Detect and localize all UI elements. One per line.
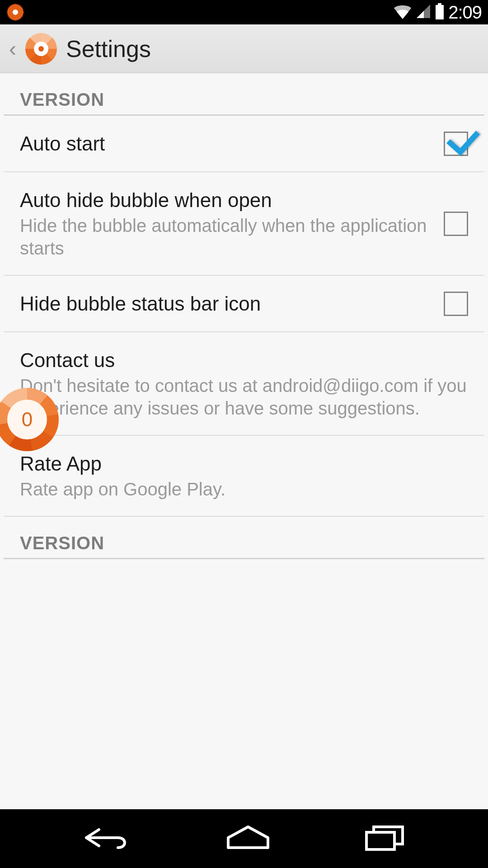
row-hide-icon[interactable]: Hide bubble status bar icon [4,276,484,332]
floating-bubble[interactable]: 0 [0,388,59,451]
cell-signal-icon [416,4,431,21]
row-contact-us[interactable]: Contact us Don't hesitate to contact us … [4,332,484,436]
setting-subtitle: Hide the bubble automatically when the a… [20,214,435,259]
section-version-2: VERSION [4,517,484,559]
nav-recents-icon[interactable] [364,824,405,853]
row-auto-hide[interactable]: Auto hide bubble when open Hide the bubb… [4,172,484,276]
status-bar: 2:09 [0,0,488,24]
setting-title: Hide bubble status bar icon [20,291,435,316]
setting-subtitle: Rate app on Google Play. [20,478,468,500]
battery-icon [435,3,445,21]
svg-rect-0 [438,3,441,5]
checkbox-hide-icon[interactable] [444,292,468,316]
setting-title: Auto start [20,131,435,156]
setting-title: Contact us [20,348,468,373]
app-notification-icon [6,3,24,21]
setting-subtitle: Don't hesitate to contact us at android@… [20,374,468,420]
setting-title: Rate App [20,451,468,476]
svg-rect-2 [366,832,394,849]
nav-back-icon[interactable] [83,824,132,853]
setting-title: Auto hide bubble when open [20,188,435,212]
svg-rect-1 [436,5,444,19]
nav-home-icon[interactable] [225,825,271,852]
row-rate-app[interactable]: Rate App Rate app on Google Play. [4,436,484,517]
checkbox-auto-hide[interactable] [444,212,468,236]
back-icon[interactable]: ‹ [9,38,16,60]
status-clock: 2:09 [448,2,482,23]
settings-list: VERSION Auto start Auto hide bubble when… [0,73,488,809]
wifi-icon [393,4,412,21]
navigation-bar [0,809,488,868]
app-icon[interactable] [25,33,57,65]
section-version-1: VERSION [4,73,484,116]
row-auto-start[interactable]: Auto start [4,116,484,172]
checkbox-auto-start[interactable] [444,132,468,156]
page-title: Settings [66,35,151,62]
app-bar: ‹ Settings [0,24,488,73]
bubble-count: 0 [7,400,47,439]
